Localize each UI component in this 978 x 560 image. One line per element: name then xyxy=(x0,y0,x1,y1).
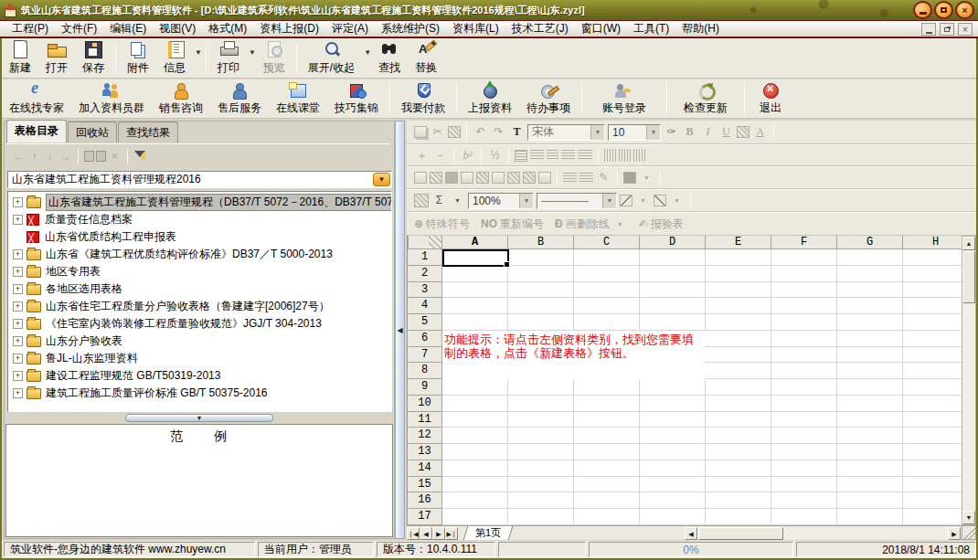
scroll-left-button[interactable]: ◀ xyxy=(685,527,697,540)
scroll-down-button[interactable]: ▼ xyxy=(962,511,975,524)
align-center-icon[interactable] xyxy=(547,150,558,161)
tree-item[interactable]: +鲁JL-山东监理资料 xyxy=(8,350,391,367)
next-sheet-button[interactable]: ▶ xyxy=(432,527,445,540)
vertical-text-icon[interactable] xyxy=(604,149,616,162)
font-color-icon[interactable]: A xyxy=(752,125,768,139)
online-class-button[interactable]: 在线课堂 xyxy=(269,80,327,118)
expand-icon[interactable]: + xyxy=(13,249,23,259)
sum-icon[interactable]: Σ xyxy=(431,194,447,207)
tree-item[interactable]: +地区专用表 xyxy=(8,263,391,280)
menu-item-window[interactable]: 窗口(W) xyxy=(575,20,627,37)
mdi-close-button[interactable]: × xyxy=(958,23,973,36)
selected-cell-a1[interactable] xyxy=(442,249,509,267)
undo-icon[interactable]: ↶ xyxy=(473,125,488,139)
renumber-button[interactable]: 重新编号 xyxy=(500,217,544,232)
menu-item-view[interactable]: 视图(V) xyxy=(153,20,202,37)
menu-item-tools[interactable]: 工具(T) xyxy=(627,20,675,37)
remove-row-icon[interactable]: － xyxy=(432,149,448,163)
row-header-16[interactable]: 16 xyxy=(408,492,442,509)
column-header-F[interactable]: F xyxy=(771,236,837,249)
print-button[interactable]: 打印 xyxy=(210,38,247,78)
table-grid-icon[interactable] xyxy=(414,194,429,207)
menu-item-system[interactable]: 系统维护(S) xyxy=(375,20,446,37)
diagonal-line-dropdown-icon[interactable]: ▼ xyxy=(635,194,651,207)
row-header-11[interactable]: 11 xyxy=(408,412,442,428)
row-header-13[interactable]: 13 xyxy=(408,444,442,460)
tree-item[interactable]: +各地区选用表格 xyxy=(8,280,391,298)
cut-icon[interactable]: ✂ xyxy=(430,125,445,139)
report-data-button[interactable]: 上报资料 xyxy=(461,80,519,118)
chevron-down-icon[interactable]: ▼ xyxy=(519,194,533,208)
scroll-right-button[interactable]: ▶ xyxy=(948,527,961,540)
tree-item[interactable]: +建筑工程施工质量评价标准 GB/T 50375-2016 xyxy=(8,385,391,402)
vertical-scrollbar[interactable]: ▲ ▼ xyxy=(962,236,976,525)
tree-item[interactable]: +《住宅室内装饰装修工程质量验收规范》JGJ/T 304-2013 xyxy=(8,315,391,333)
menu-item-report[interactable]: 资料上报(D) xyxy=(253,20,325,37)
diagonal-line-icon[interactable] xyxy=(620,195,633,206)
minimize-button[interactable] xyxy=(913,1,932,19)
wrap-text-icon[interactable] xyxy=(515,150,527,162)
row-header-14[interactable]: 14 xyxy=(408,460,442,477)
restore-button[interactable] xyxy=(934,1,953,19)
merge-cells-icon[interactable] xyxy=(430,172,442,184)
lock-cell-icon[interactable] xyxy=(538,172,551,184)
paste-node-icon[interactable] xyxy=(96,151,106,162)
pattern-cell-icon[interactable] xyxy=(523,172,536,184)
exit-button[interactable]: 退出 xyxy=(749,80,792,118)
row-header-6[interactable]: 6 xyxy=(408,331,442,347)
row-header-15[interactable]: 15 xyxy=(408,477,442,493)
move-down-icon[interactable]: ↓ xyxy=(43,150,57,163)
font-size-select[interactable]: 10▼ xyxy=(608,124,661,141)
superscript-icon[interactable]: b² xyxy=(460,149,475,163)
expand-icon[interactable]: + xyxy=(13,284,23,294)
move-left-icon[interactable]: ← xyxy=(12,150,26,163)
expand-icon[interactable]: + xyxy=(13,301,23,312)
sum-dropdown-icon[interactable]: ▼ xyxy=(450,194,465,207)
expand-icon[interactable]: + xyxy=(13,336,23,346)
cell-grid[interactable]: 功能提示：请点击左侧资料类别，找到您需要填制的表格，点击《新建表格》按钮。 xyxy=(442,249,962,525)
shade-cell-icon[interactable] xyxy=(507,172,520,184)
category-dropdown[interactable]: 山东省建筑工程施工资料管理规程2016 ▼ xyxy=(7,171,392,188)
underline-icon[interactable]: U xyxy=(718,125,734,139)
move-up-icon[interactable]: ↑ xyxy=(27,150,41,163)
delete-node-icon[interactable]: × xyxy=(108,149,122,163)
last-sheet-button[interactable]: ▶❘ xyxy=(445,527,458,540)
row-header-17[interactable]: 17 xyxy=(408,509,442,525)
brush-icon[interactable]: ✎ xyxy=(596,171,611,185)
expand-icon[interactable]: + xyxy=(13,388,23,398)
print-dropdown-icon[interactable]: ▼ xyxy=(249,48,256,57)
after-sales-button[interactable]: 售后服务 xyxy=(210,80,269,118)
redo-icon[interactable]: ↷ xyxy=(491,125,506,139)
special-symbol-button[interactable]: 特殊符号 xyxy=(426,217,470,232)
row-header-10[interactable]: 10 xyxy=(408,396,442,412)
expand-icon[interactable]: + xyxy=(13,354,23,364)
vertical-scroll-thumb[interactable] xyxy=(962,251,975,303)
tab-form-catalog[interactable]: 表格目录 xyxy=(6,120,67,143)
menu-item-assess[interactable]: 评定(A) xyxy=(325,20,375,37)
tree-item[interactable]: 山东省优质结构工程申报表 xyxy=(8,228,391,246)
diagonal-line2-dropdown-icon[interactable]: ▼ xyxy=(669,194,685,207)
tree-item[interactable]: +山东分户验收表 xyxy=(8,333,391,350)
delete-row-icon[interactable] xyxy=(461,172,473,184)
split-cell-icon[interactable] xyxy=(445,172,458,184)
row-header-7[interactable]: 7 xyxy=(408,347,442,364)
scroll-up-button[interactable]: ▲ xyxy=(962,237,975,250)
menu-item-edit[interactable]: 编辑(E) xyxy=(103,20,153,37)
strikeline-dropdown-icon[interactable]: ▼ xyxy=(612,217,628,231)
category-dropdown-button[interactable]: ▼ xyxy=(373,173,390,186)
insert-row-icon[interactable] xyxy=(476,172,489,184)
check-update-button[interactable]: 检查更新 xyxy=(671,80,740,118)
add-row-icon[interactable]: ＋ xyxy=(414,149,430,163)
open-button[interactable]: 打开 xyxy=(38,38,75,78)
column-header-H[interactable]: H xyxy=(903,236,962,249)
tree-item[interactable]: +建设工程监理规范 GB/T50319-2013 xyxy=(8,367,391,385)
fill-pattern-icon[interactable] xyxy=(623,172,636,184)
copy-icon[interactable] xyxy=(414,126,427,138)
expand-icon[interactable]: + xyxy=(13,371,23,381)
expand-icon[interactable]: + xyxy=(13,215,23,225)
zoom-select[interactable]: 100%▼ xyxy=(468,193,534,209)
align-justify-icon[interactable] xyxy=(578,150,592,161)
column-header-A[interactable]: A xyxy=(442,236,508,249)
find-expert-button[interactable]: 在线找专家 xyxy=(2,80,71,118)
prev-sheet-button[interactable]: ◀ xyxy=(420,527,432,540)
